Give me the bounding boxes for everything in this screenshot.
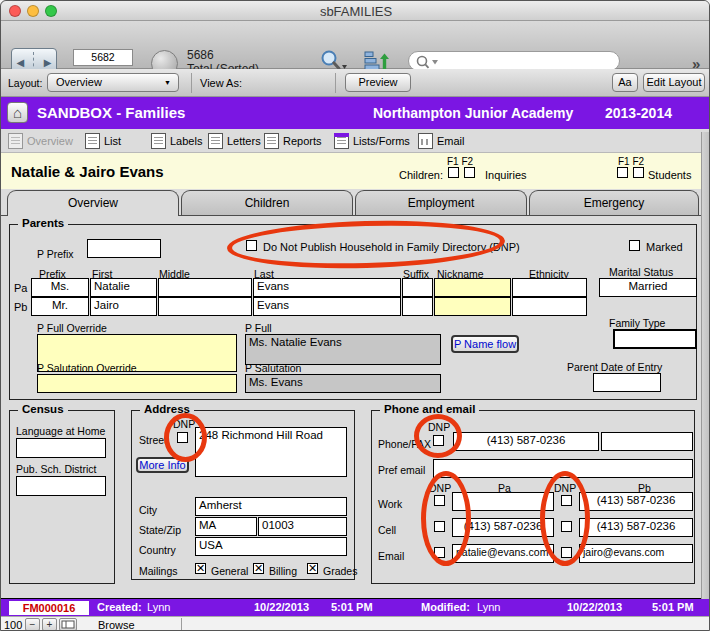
family-type-field[interactable]	[613, 329, 697, 349]
parent-date-of-entry-field[interactable]	[593, 373, 661, 392]
home-icon[interactable]: ⌂	[7, 102, 28, 123]
format-text-button[interactable]: Aa	[612, 73, 638, 92]
email-pb-dnp-checkbox[interactable]	[561, 547, 572, 558]
edit-layout-button[interactable]: Edit Layout	[643, 73, 705, 92]
city-field[interactable]: Amherst	[195, 497, 347, 516]
nav-lists-forms-button[interactable]: Lists/Forms	[334, 131, 410, 151]
overview-tab-panel: Parents P Prefix Do Not Publish Househol…	[1, 215, 701, 599]
country-field[interactable]: USA	[195, 537, 347, 556]
cell-pb-field[interactable]: (413) 587-0236	[579, 518, 693, 537]
cell-label: Cell	[378, 524, 396, 536]
phone-fax-label: Phone/FAX	[378, 438, 431, 450]
pa-ethnicity-field[interactable]	[512, 278, 587, 297]
language-at-home-field[interactable]	[16, 438, 106, 458]
pa-nickname-field[interactable]	[434, 278, 511, 297]
mailings-billing-label: Billing	[269, 565, 297, 577]
pa-prefix-field[interactable]: Ms.	[31, 278, 89, 297]
phone-fax-dnp-checkbox[interactable]	[433, 435, 444, 446]
quick-search-input[interactable]	[408, 51, 620, 71]
tab-emergency[interactable]: Emergency	[529, 190, 699, 215]
toggle-status-area-button[interactable]	[59, 618, 77, 631]
tab-employment[interactable]: Employment	[355, 190, 527, 215]
more-info-button[interactable]: More Info	[136, 457, 189, 473]
tab-overview[interactable]: Overview	[7, 190, 179, 216]
phone-email-legend: Phone and email	[380, 403, 479, 415]
pa-middle-field[interactable]	[158, 278, 252, 297]
students-f1-checkbox[interactable]	[617, 167, 628, 178]
nav-letters-button[interactable]: Letters	[208, 131, 261, 151]
p-salutation-override-field[interactable]	[37, 374, 237, 393]
inquiries-label: Inquiries	[485, 169, 527, 181]
mailings-general-checkbox[interactable]	[195, 563, 206, 574]
mailings-billing-checkbox[interactable]	[253, 563, 264, 574]
marital-status-field[interactable]: Married	[599, 278, 697, 297]
pb-prefix-field[interactable]: Mr.	[31, 297, 89, 316]
pb-ethnicity-field[interactable]	[512, 297, 587, 316]
preview-button[interactable]: Preview	[345, 73, 411, 92]
overview-icon	[8, 133, 23, 149]
current-record-input[interactable]: 5682	[73, 49, 133, 66]
state-field[interactable]: MA	[195, 517, 257, 536]
cell-pa-dnp-checkbox[interactable]	[434, 521, 445, 532]
next-record-icon[interactable]: ▶	[44, 57, 52, 68]
p-name-flow-button[interactable]: P Name flow	[451, 335, 519, 353]
pb-suffix-field[interactable]	[402, 297, 433, 316]
email-pa-field[interactable]: natalie@evans.com	[452, 544, 554, 563]
work-pb-dnp-checkbox[interactable]	[561, 495, 572, 506]
layout-label: Layout:	[8, 77, 42, 89]
email-pb-field[interactable]: jairo@evans.com	[579, 544, 693, 563]
pb-dnp-header: DNP	[554, 482, 576, 494]
pb-nickname-field[interactable]	[434, 297, 511, 316]
nav-reports-label: Reports	[283, 135, 322, 147]
nav-overview-button[interactable]: Overview	[8, 131, 73, 151]
nav-email-button[interactable]: Email	[418, 131, 465, 151]
bottom-bar: 100 − + Browse	[1, 616, 710, 631]
vertical-scrollbar[interactable]	[701, 132, 710, 599]
previous-record-icon[interactable]: ◀	[17, 57, 25, 68]
pb-first-field[interactable]: Jairo	[90, 297, 157, 316]
email-pa-dnp-checkbox[interactable]	[434, 547, 445, 558]
children-f2-checkbox[interactable]	[464, 167, 475, 178]
children-f1-checkbox[interactable]	[448, 167, 459, 178]
parent-date-of-entry-label: Parent Date of Entry	[567, 361, 662, 373]
street-dnp-checkbox[interactable]	[177, 432, 188, 443]
pub-sch-district-field[interactable]	[16, 476, 106, 496]
cell-pb-dnp-checkbox[interactable]	[561, 521, 572, 532]
pref-email-field[interactable]	[433, 459, 693, 478]
dnp-household-checkbox[interactable]	[246, 240, 257, 251]
nav-reports-button[interactable]: Reports	[264, 131, 322, 151]
fax-field[interactable]	[601, 432, 693, 451]
marked-checkbox[interactable]	[629, 240, 640, 251]
work-pa-dnp-checkbox[interactable]	[434, 495, 445, 506]
zip-field[interactable]: 01003	[258, 517, 347, 536]
reports-icon	[264, 133, 279, 149]
zoom-out-button[interactable]: −	[25, 618, 40, 631]
pa-first-field[interactable]: Natalie	[90, 278, 157, 297]
mailings-general-label: General	[211, 565, 248, 577]
students-f2-checkbox[interactable]	[633, 167, 644, 178]
mailings-grades-checkbox[interactable]	[307, 563, 318, 574]
street-label: Street	[139, 434, 167, 446]
family-type-label: Family Type	[609, 317, 665, 329]
children-f1f2-header: F1 F2	[447, 156, 473, 167]
layout-dropdown[interactable]: Overview ▼	[47, 73, 179, 92]
mode-popup[interactable]: Browse	[98, 619, 135, 631]
tab-children[interactable]: Children	[181, 190, 353, 215]
created-label: Created:	[97, 601, 142, 613]
pa-suffix-field[interactable]	[402, 278, 433, 297]
p-prefix-field[interactable]	[87, 239, 161, 258]
nav-list-button[interactable]: List	[85, 131, 121, 151]
street-field[interactable]: 248 Richmond Hill Road	[195, 427, 347, 477]
row-pb-label: Pb	[14, 301, 27, 313]
pb-last-field[interactable]: Evans	[253, 297, 401, 316]
work-pa-field[interactable]	[452, 492, 554, 511]
nav-labels-button[interactable]: Labels	[151, 131, 202, 151]
pb-middle-field[interactable]	[158, 297, 252, 316]
pa-last-field[interactable]: Evans	[253, 278, 401, 297]
work-pb-field[interactable]: (413) 587-0236	[579, 492, 693, 511]
pa-dnp-header: DNP	[429, 482, 451, 494]
cell-pa-field[interactable]: (413) 587-0236	[452, 518, 554, 537]
phone-fax-field[interactable]: (413) 587-0236	[453, 432, 599, 451]
zoom-in-button[interactable]: +	[42, 618, 57, 631]
nav-overview-label: Overview	[27, 135, 73, 147]
